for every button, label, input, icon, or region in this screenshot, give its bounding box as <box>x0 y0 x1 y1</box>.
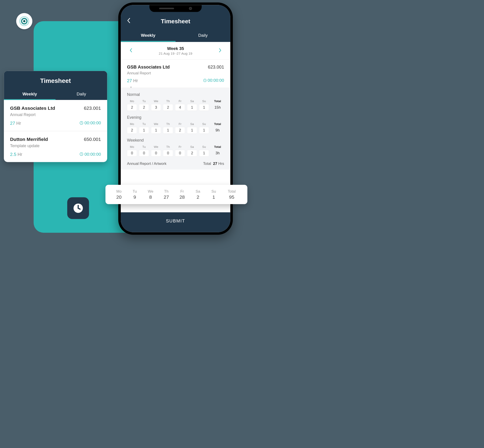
entry-client-name: GSB Associates Ltd <box>127 64 170 70</box>
submit-button[interactable]: SUBMIT <box>121 212 230 232</box>
hours-input[interactable]: 2 <box>187 150 197 157</box>
timesheet-entry[interactable]: GSB Associates Ltd 623.001 Annual Report… <box>4 100 107 131</box>
hours-input[interactable]: 1 <box>199 150 209 157</box>
summary-day-column: Su1 <box>206 189 221 200</box>
summary-day-column: Fr28 <box>175 189 189 200</box>
entry-timer[interactable]: 00:00:00 <box>80 120 101 125</box>
summary-value: 2 <box>191 194 205 200</box>
summary-day-column: We8 <box>143 189 158 200</box>
day-column: Mo2 <box>127 122 137 134</box>
summary-value: 20 <box>112 194 126 200</box>
day-column: We3 <box>151 99 161 111</box>
hours-input[interactable]: 2 <box>163 104 173 111</box>
prev-week-button[interactable] <box>129 48 132 54</box>
timesheet-entry[interactable]: Dutton Merrifield 650.001 Template updat… <box>4 131 107 162</box>
day-abbr: Tu <box>139 145 149 149</box>
hours-input[interactable]: 1 <box>151 127 161 134</box>
hours-input[interactable]: 1 <box>187 127 197 134</box>
total-column: Total9h <box>211 122 224 134</box>
day-abbr: Mo <box>127 99 137 103</box>
entry-code: 623.001 <box>208 64 224 70</box>
day-grid: Mo0Tu0We0Th0Fr0Sa2Su1Total3h <box>127 145 224 157</box>
tab-daily[interactable]: Daily <box>176 30 230 42</box>
hours-input[interactable]: 0 <box>151 150 161 157</box>
day-abbr: We <box>151 99 161 103</box>
entry-summary-row: Annual Report / Artwork Total 27 Hrs <box>127 157 224 169</box>
summary-description: Annual Report / Artwork <box>127 161 167 166</box>
summary-total: 95 <box>222 194 241 200</box>
summary-day-column: Mo20 <box>112 189 126 200</box>
hours-input[interactable]: 0 <box>163 150 173 157</box>
phone-tabs: Weekly Daily <box>121 30 230 42</box>
next-week-button[interactable] <box>219 48 222 54</box>
summary-total-column: Total95 <box>222 189 241 200</box>
chevron-left-icon <box>127 18 131 23</box>
total-label: Total <box>211 145 224 149</box>
day-abbr: Tu <box>139 122 149 126</box>
total-label: Total <box>211 99 224 103</box>
hours-input[interactable]: 1 <box>199 104 209 111</box>
tab-weekly[interactable]: Weekly <box>4 89 56 100</box>
day-abbr: Su <box>199 145 209 149</box>
hours-sections: NormalMo2Tu2We3Th2Fr4Sa1Su1Total15hEveni… <box>121 88 230 169</box>
day-grid: Mo2Tu2We3Th2Fr4Sa1Su1Total15h <box>127 99 224 111</box>
hours-input[interactable]: 0 <box>139 150 149 157</box>
day-abbr: Su <box>206 189 221 193</box>
summary-total: Total 27 Hrs <box>203 161 224 166</box>
day-column: Sa1 <box>187 122 197 134</box>
hours-input[interactable]: 4 <box>175 104 185 111</box>
tab-daily[interactable]: Daily <box>56 89 107 100</box>
phone-entry[interactable]: GSB Associates Ltd 623.001 Annual Report… <box>121 60 230 88</box>
day-column: Tu2 <box>139 99 149 111</box>
hours-input[interactable]: 0 <box>175 150 185 157</box>
hours-input[interactable]: 1 <box>199 127 209 134</box>
day-column: Su1 <box>199 145 209 157</box>
hours-input[interactable]: 3 <box>151 104 161 111</box>
week-range: 21 Aug 19 -27 Aug 19 <box>159 52 193 56</box>
tab-weekly[interactable]: Weekly <box>121 30 176 42</box>
day-abbr: Tu <box>128 189 142 193</box>
summary-value: 28 <box>175 194 189 200</box>
day-column: Mo2 <box>127 99 137 111</box>
week-label: Week 35 <box>159 46 193 51</box>
day-column: Fr4 <box>175 99 185 111</box>
day-abbr: Sa <box>187 122 197 126</box>
clock-badge <box>67 197 89 219</box>
clock-icon <box>73 202 84 214</box>
total-value: 3h <box>211 150 224 157</box>
hours-input[interactable]: 2 <box>139 104 149 111</box>
day-column: Su1 <box>199 99 209 111</box>
section-label: Weekend <box>127 138 224 143</box>
day-abbr: Su <box>199 99 209 103</box>
entry-code: 623.001 <box>84 105 101 111</box>
entry-timer[interactable]: 00:00:00 <box>203 78 224 83</box>
day-abbr: Sa <box>187 145 197 149</box>
entry-hours: 2.5 Hr <box>10 152 22 157</box>
day-abbr: Sa <box>187 99 197 103</box>
entry-timer[interactable]: 00:00:00 <box>80 152 101 157</box>
hours-input[interactable]: 1 <box>139 127 149 134</box>
day-column: Fr0 <box>175 145 185 157</box>
hours-section: EveningMo2Tu1We1Th1Fr2Sa1Su1Total9h <box>127 111 224 134</box>
day-abbr: Mo <box>112 189 126 193</box>
total-column: Total3h <box>211 145 224 157</box>
section-label: Evening <box>127 115 224 120</box>
clock-icon <box>80 121 83 125</box>
summary-day-column: Sa2 <box>191 189 205 200</box>
hours-input[interactable]: 1 <box>187 104 197 111</box>
hours-input[interactable]: 2 <box>127 127 137 134</box>
total-value: 9h <box>211 127 224 134</box>
hours-input[interactable]: 2 <box>127 104 137 111</box>
chevron-left-icon <box>129 48 132 52</box>
crescent-icon <box>19 16 30 27</box>
hours-input[interactable]: 1 <box>163 127 173 134</box>
timesheet-card: Timesheet Weekly Daily GSB Associates Lt… <box>4 71 107 162</box>
hours-input[interactable]: 0 <box>127 150 137 157</box>
back-button[interactable] <box>127 18 131 25</box>
summary-value: 27 <box>159 194 174 200</box>
hours-input[interactable]: 2 <box>175 127 185 134</box>
day-column: We0 <box>151 145 161 157</box>
page-title: Timesheet <box>161 18 190 25</box>
logo-badge <box>16 13 32 29</box>
day-column: Th2 <box>163 99 173 111</box>
